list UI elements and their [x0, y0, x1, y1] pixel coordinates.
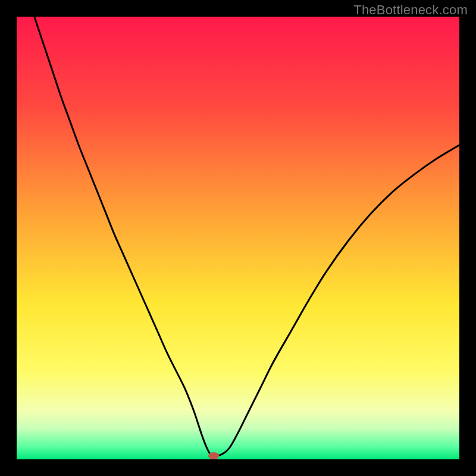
gradient-background [17, 17, 459, 459]
watermark-text: TheBottleneck.com [353, 2, 468, 18]
plot-area [17, 17, 459, 459]
bottleneck-chart [17, 17, 459, 459]
frame: TheBottleneck.com [0, 0, 476, 476]
optimum-marker [208, 452, 219, 459]
